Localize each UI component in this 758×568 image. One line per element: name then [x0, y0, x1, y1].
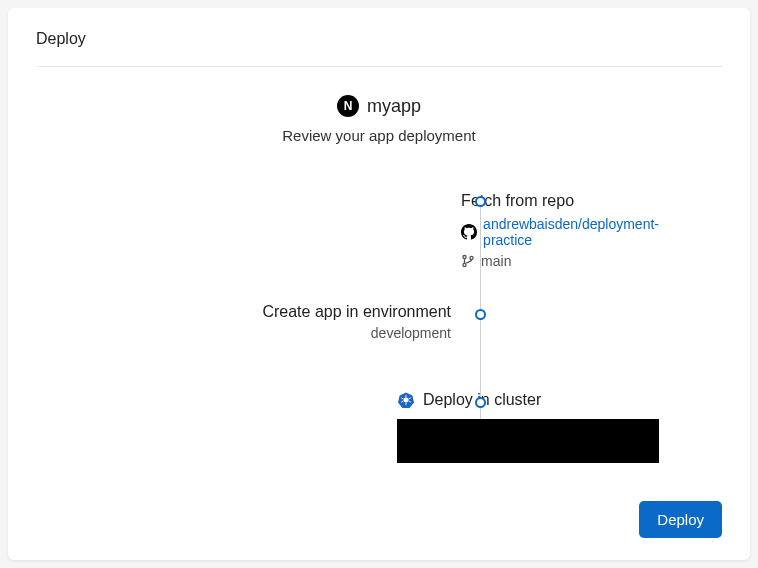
svg-point-2 — [470, 256, 473, 259]
app-header: N myapp Review your app deployment — [36, 95, 722, 144]
svg-point-1 — [463, 263, 466, 266]
repo-link[interactable]: andrewbaisden/deployment-practice — [483, 216, 659, 248]
svg-point-3 — [404, 398, 409, 403]
deploy-title-row: Deploy in cluster — [397, 391, 659, 409]
app-title-row: N myapp — [36, 95, 722, 117]
deployment-timeline: Fetch from repo andrewbaisden/deployment… — [99, 192, 659, 463]
deploy-card: Deploy N myapp Review your app deploymen… — [8, 8, 750, 560]
step-create-env: development — [99, 325, 451, 341]
step-fetch-content: Fetch from repo andrewbaisden/deployment… — [429, 192, 659, 269]
app-subtitle: Review your app deployment — [36, 127, 722, 144]
deploy-button[interactable]: Deploy — [639, 501, 722, 538]
branch-name: main — [481, 253, 511, 269]
app-framework-icon: N — [337, 95, 359, 117]
footer: Deploy — [8, 485, 750, 560]
step-create-title: Create app in environment — [99, 303, 451, 321]
svg-point-0 — [463, 255, 466, 258]
repo-row: andrewbaisden/deployment-practice — [461, 216, 659, 248]
step-fetch: Fetch from repo andrewbaisden/deployment… — [99, 192, 659, 269]
cluster-name-redacted — [397, 419, 659, 463]
branch-icon — [461, 254, 475, 268]
step-deploy: Deploy in cluster — [99, 391, 659, 463]
app-name: myapp — [367, 96, 421, 117]
content: N myapp Review your app deployment Fetch… — [8, 67, 750, 485]
step-deploy-content: Deploy in cluster — [365, 391, 659, 463]
branch-row: main — [461, 253, 659, 269]
app-icon-letter: N — [344, 99, 353, 113]
step-marker — [475, 397, 486, 408]
page-title: Deploy — [36, 30, 722, 48]
step-create-left: Create app in environment development — [99, 303, 469, 341]
step-fetch-title: Fetch from repo — [461, 192, 659, 210]
card-header: Deploy — [8, 8, 750, 66]
kubernetes-icon — [397, 391, 415, 409]
step-create: Create app in environment development — [99, 303, 659, 363]
step-marker — [475, 196, 486, 207]
step-marker — [475, 309, 486, 320]
github-icon — [461, 224, 477, 240]
